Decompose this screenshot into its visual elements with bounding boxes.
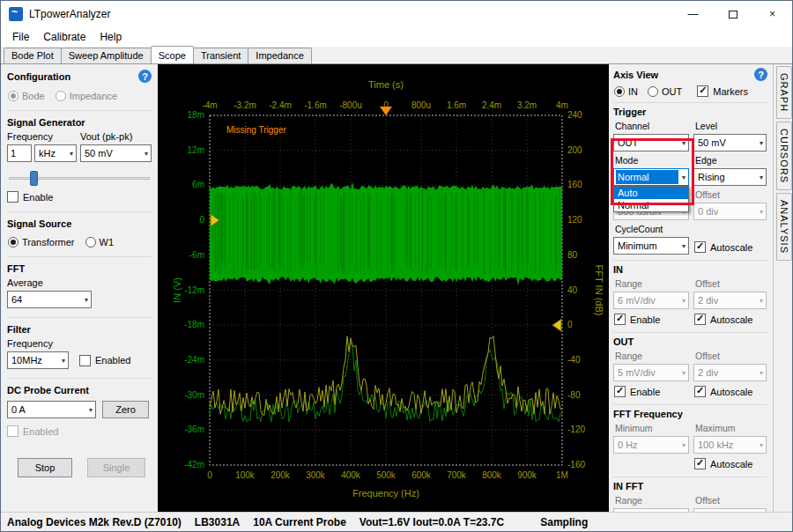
radio-w1[interactable]: W1	[85, 237, 115, 248]
trigger-section: Trigger Channel Level OUT ▾ 50 mV ▾ Mode…	[613, 102, 767, 255]
signal-source-section: Signal Source Transformer W1	[7, 211, 152, 248]
tab-scope[interactable]: Scope	[151, 46, 194, 63]
tab-sweep-amplitude[interactable]: Sweep Amplitude	[61, 48, 152, 63]
fft-max-combo: 100 kHz ▾	[693, 436, 767, 454]
axis-tick-label: 6m	[192, 180, 204, 189]
in-range-value: 6 mV/div	[618, 295, 656, 306]
in-autoscale-label: Autoscale	[710, 314, 752, 325]
trigger-mode-popup: Auto Normal	[613, 186, 689, 212]
axis-tick-label: 2.4m	[482, 100, 501, 110]
menu-help[interactable]: Help	[93, 28, 129, 46]
radio-impedance-label: Impedance	[70, 91, 117, 101]
radio-axis-out-label: OUT	[662, 86, 682, 97]
axis-tick-label: 700k	[447, 470, 467, 480]
menu-calibrate[interactable]: Calibrate	[36, 28, 93, 46]
tab-transient[interactable]: Transient	[193, 48, 248, 63]
side-tab-analysis[interactable]: ANALYSIS	[776, 193, 792, 261]
mode-option-normal[interactable]: Normal	[614, 199, 688, 211]
in-offset-value: 2 div	[698, 295, 718, 306]
in-enable-checkbox[interactable]: Enable	[614, 314, 689, 325]
markers-checkbox[interactable]: Markers	[697, 85, 748, 97]
frequency-unit-combo[interactable]: kHz ▾	[34, 144, 77, 162]
mode-option-auto[interactable]: Auto	[614, 187, 688, 199]
trigger-position-marker[interactable]	[380, 107, 392, 115]
chevron-down-icon: ▾	[85, 296, 88, 304]
in-title: IN	[613, 264, 767, 275]
generator-enable-box	[7, 191, 19, 203]
maximize-button[interactable]	[713, 1, 752, 27]
amplitude-slider[interactable]	[9, 170, 150, 188]
generator-enable-checkbox[interactable]: Enable	[7, 191, 152, 203]
in-waveform	[210, 182, 562, 286]
radio-axis-out-circle	[648, 86, 658, 97]
dc-probe-enabled-checkbox[interactable]: Enabled	[7, 425, 152, 437]
trigger-offset-label: Offset	[695, 189, 767, 201]
axis-tick-label: 600k	[411, 470, 432, 480]
fft-frequency-title: FFT Frequency	[613, 409, 767, 419]
axis-tick-label: -6m	[189, 250, 204, 260]
trigger-cyclecount-combo[interactable]: Minimum ▾	[613, 237, 689, 255]
close-button[interactable]: ×	[752, 1, 792, 27]
side-tab-graph[interactable]: GRAPH	[776, 66, 792, 119]
out-autoscale-label: Autoscale	[710, 387, 752, 397]
axis-tick-label: 40	[567, 285, 578, 295]
radio-axis-in[interactable]: IN	[614, 86, 638, 97]
trigger-autoscale-checkbox[interactable]: Autoscale	[694, 241, 767, 253]
fft-level-marker[interactable]	[552, 319, 561, 331]
fft-min-value: 0 Hz	[618, 440, 638, 450]
help-icon[interactable]: ?	[754, 68, 767, 81]
vout-combo[interactable]: 50 mV ▾	[80, 144, 152, 162]
in-fft-offset-label: Offset	[695, 495, 767, 506]
radio-bode-circle	[8, 91, 19, 101]
axis-tick-label: 1.6m	[447, 100, 466, 110]
tab-bode-plot[interactable]: Bode Plot	[4, 48, 62, 63]
axis-tick-label: -3.2m	[233, 100, 256, 110]
chevron-down-icon: ▾	[682, 369, 686, 377]
filter-frequency-value: 10MHz	[11, 355, 42, 366]
out-range-label: Range	[615, 351, 689, 362]
trigger-edge-combo[interactable]: Rising ▾	[693, 168, 767, 186]
out-autoscale-checkbox[interactable]: Autoscale	[694, 386, 767, 397]
status-bar: Analog Devices M2k Rev.D (Z7010) LB3031A…	[1, 512, 793, 532]
in-section: IN Range Offset 6 mV/div ▾ 2 div ▾ Enabl…	[613, 260, 767, 327]
filter-enabled-label: Enabled	[95, 355, 130, 366]
dc-probe-current-combo[interactable]: 0 A ▾	[7, 401, 96, 418]
fft-frequency-autoscale-checkbox[interactable]: Autoscale	[694, 458, 767, 469]
frequency-input[interactable]	[7, 144, 32, 162]
radio-axis-out[interactable]: OUT	[648, 86, 682, 97]
filter-enabled-checkbox[interactable]: Enabled	[79, 355, 130, 366]
axis-tick-label: 80	[567, 250, 578, 260]
menu-file[interactable]: File	[5, 28, 36, 46]
stop-button[interactable]: Stop	[18, 458, 72, 477]
axis-tick-label: 800k	[482, 470, 502, 480]
trigger-channel-combo[interactable]: OUT ▾	[613, 134, 689, 151]
filter-frequency-combo[interactable]: 10MHz ▾	[7, 351, 69, 369]
radio-impedance[interactable]: Impedance	[56, 91, 117, 101]
in-autoscale-checkbox[interactable]: Autoscale	[694, 314, 767, 325]
out-enable-checkbox[interactable]: Enable	[614, 386, 689, 397]
fft-average-combo[interactable]: 64 ▾	[7, 291, 92, 308]
axis-tick-label: -800u	[339, 100, 362, 110]
vout-label: Vout (pk-pk)	[80, 131, 152, 142]
axis-tick-label: -18m	[184, 320, 204, 329]
in-autoscale-box	[694, 314, 706, 325]
trigger-level-combo[interactable]: 50 mV ▾	[693, 134, 767, 151]
minimize-button[interactable]: —	[673, 1, 713, 27]
side-tab-cursors[interactable]: CURSORS	[776, 122, 792, 190]
chevron-down-icon: ▾	[682, 174, 686, 181]
axis-tick-label: -120	[567, 425, 585, 434]
zero-button[interactable]: Zero	[102, 401, 149, 418]
radio-transformer[interactable]: Transformer	[8, 237, 75, 248]
chevron-down-icon: ▾	[682, 242, 686, 250]
axis-tick-label: 120	[567, 215, 582, 225]
trigger-mode-value: Normal	[616, 170, 678, 184]
in-range-combo: 6 mV/div ▾	[613, 292, 689, 309]
axis-tick-label: -80	[567, 390, 581, 400]
axis-view-title: Axis View	[613, 70, 658, 80]
slider-thumb[interactable]	[30, 171, 38, 186]
help-icon[interactable]: ?	[138, 70, 152, 83]
tab-impedance[interactable]: Impedance	[248, 48, 311, 63]
radio-bode[interactable]: Bode	[8, 91, 45, 101]
axis-tick-label: 240	[567, 110, 582, 120]
trigger-mode-combo[interactable]: Normal ▾ Auto Normal	[613, 168, 689, 186]
